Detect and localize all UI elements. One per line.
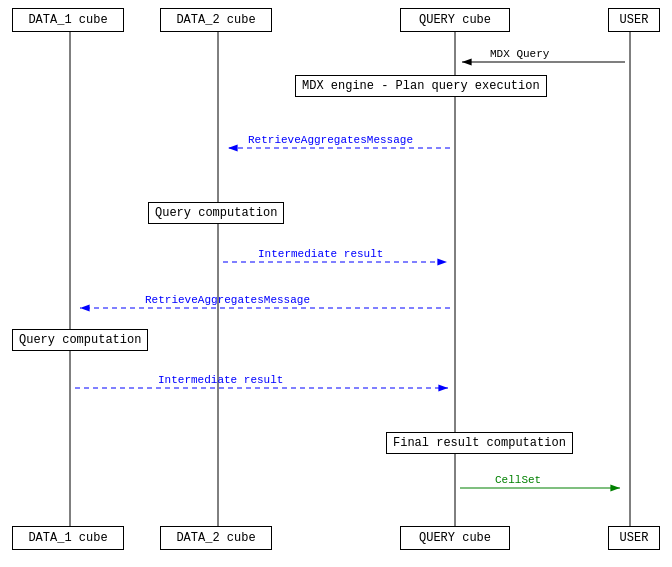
actor-data1-top: DATA_1 cube [12, 8, 124, 32]
note-query-comp2: Query computation [12, 329, 148, 351]
svg-text:RetrieveAggregatesMessage: RetrieveAggregatesMessage [145, 294, 310, 306]
note-query-comp1: Query computation [148, 202, 284, 224]
svg-text:RetrieveAggregatesMessage: RetrieveAggregatesMessage [248, 134, 413, 146]
svg-text:Intermediate result: Intermediate result [158, 374, 283, 386]
note-final-result: Final result computation [386, 432, 573, 454]
actor-user-bottom: USER [608, 526, 660, 550]
svg-text:Intermediate result: Intermediate result [258, 248, 383, 260]
actor-user-top: USER [608, 8, 660, 32]
actor-query-top: QUERY cube [400, 8, 510, 32]
actor-data2-top: DATA_2 cube [160, 8, 272, 32]
actor-data1-bottom: DATA_1 cube [12, 526, 124, 550]
actor-data2-bottom: DATA_2 cube [160, 526, 272, 550]
actor-query-bottom: QUERY cube [400, 526, 510, 550]
svg-text:MDX Query: MDX Query [490, 48, 550, 60]
note-mdx-plan: MDX engine - Plan query execution [295, 75, 547, 97]
svg-text:CellSet: CellSet [495, 474, 541, 486]
sequence-diagram: MDX Query RetrieveAggregatesMessage Inte… [0, 0, 672, 567]
